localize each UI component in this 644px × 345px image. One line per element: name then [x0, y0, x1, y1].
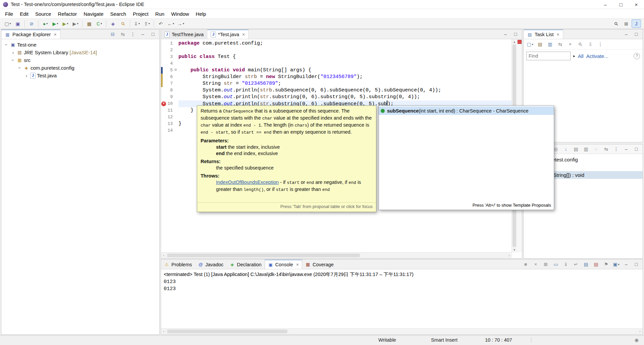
editor-tab-testthree-java[interactable]: JTestThree.java — [161, 30, 207, 39]
tab-console[interactable]: ▣Console× — [265, 260, 302, 269]
find-input[interactable] — [526, 52, 571, 60]
code-line-9[interactable]: 9 System.out.println(str.substring(0, 6)… — [161, 94, 512, 100]
open-console-icon[interactable]: ▣▾ — [611, 260, 621, 269]
view-menu-icon[interactable]: ⋮ — [128, 30, 138, 39]
menu-help[interactable]: Help — [193, 10, 210, 18]
save-icon[interactable]: ▣ — [13, 19, 22, 28]
close-view-icon[interactable]: × — [556, 32, 559, 37]
tree-item-src[interactable]: ›▦src — [1, 56, 159, 64]
code-line-2[interactable]: 2 — [161, 47, 512, 54]
maximize-view-icon[interactable]: □ — [632, 145, 641, 153]
clear-console-icon[interactable]: ▭ — [551, 260, 560, 269]
error-marker-icon[interactable]: × — [161, 101, 166, 106]
console-horizontal-scrollbar[interactable]: ‹ › — [161, 328, 643, 334]
horizontal-scrollbar-thumb[interactable] — [167, 330, 287, 333]
minimize-view-icon[interactable]: – — [138, 30, 148, 39]
hide-fields-icon[interactable]: ▤ — [571, 145, 581, 153]
search-tasks-icon[interactable]: ⚲ — [576, 40, 585, 49]
completion-item[interactable]: subSequence(int start, int end) : CharSe… — [379, 107, 554, 115]
new-wizard-icon[interactable]: ▢▾ — [3, 19, 12, 28]
code-line-1[interactable]: 1package com.puretest.config; — [161, 40, 512, 47]
link-with-editor-icon[interactable]: ⇆ — [601, 145, 611, 153]
scroll-left-icon[interactable]: ‹ — [161, 329, 166, 334]
new-java-project-icon[interactable]: ▩ — [85, 19, 94, 28]
horizontal-scrollbar-thumb[interactable] — [167, 254, 360, 257]
code-line-5[interactable]: 5⊖ public static void main(String[] args… — [161, 67, 512, 74]
editor-horizontal-scrollbar[interactable]: ‹ › — [161, 252, 512, 258]
menu-run[interactable]: Run — [152, 10, 168, 18]
coverage-icon[interactable]: ▶▾ — [61, 19, 70, 28]
maximize-button[interactable]: □ — [613, 0, 629, 9]
scroll-lock-icon[interactable]: ⇓ — [561, 260, 571, 269]
activate-link[interactable]: Activate... — [586, 53, 608, 59]
tab-problems[interactable]: ⚠Problems — [161, 260, 195, 269]
filter-completed-icon[interactable]: × — [566, 40, 575, 49]
link-with-editor-icon[interactable]: ⇆ — [555, 40, 565, 49]
view-menu-icon[interactable]: ⋮ — [596, 40, 605, 49]
search-icon[interactable]: ⚲ — [118, 19, 128, 28]
scroll-left-icon[interactable]: ‹ — [161, 253, 166, 258]
scroll-right-icon[interactable]: › — [506, 253, 512, 258]
menu-source[interactable]: Source — [32, 10, 55, 18]
code-line-8[interactable]: 8 System.out.println(strb.subSequence(0,… — [161, 87, 512, 94]
close-button[interactable]: × — [629, 0, 644, 9]
error-overview-icon[interactable] — [518, 40, 522, 44]
close-tab-icon[interactable]: × — [242, 32, 245, 37]
external-tools-icon[interactable]: ▶▾ — [71, 19, 80, 28]
tree-item-test-java[interactable]: ›JTest.java — [1, 72, 159, 79]
forward-icon[interactable]: →▾ — [176, 19, 185, 28]
remove-launch-icon[interactable]: × — [531, 260, 540, 269]
help-icon[interactable]: ? — [634, 53, 640, 59]
scroll-down-icon[interactable]: ▾ — [512, 247, 517, 252]
menu-window[interactable]: Window — [168, 10, 192, 18]
menu-navigate[interactable]: Navigate — [80, 10, 107, 18]
prev-annotation-icon[interactable]: ⇧▾ — [142, 19, 152, 28]
hide-static-icon[interactable]: ▥ — [581, 145, 591, 153]
remove-all-launches-icon[interactable]: ⊠ — [541, 260, 550, 269]
maximize-view-icon[interactable]: □ — [632, 260, 641, 269]
expand-arrow-icon[interactable]: ▸ — [573, 54, 575, 58]
maximize-view-icon[interactable]: □ — [148, 30, 158, 39]
show-stderr-icon[interactable]: ▤ — [591, 260, 601, 269]
view-tab-task-list[interactable]: ▤ Task List × — [524, 29, 563, 39]
expand-arrow-icon[interactable]: › — [4, 43, 9, 47]
new-class-icon[interactable]: C▾ — [95, 19, 104, 28]
menu-project[interactable]: Project — [129, 10, 152, 18]
open-perspective-icon[interactable]: ⊞ — [622, 19, 631, 28]
expand-arrow-icon[interactable]: › — [24, 73, 29, 78]
categorized-view-icon[interactable]: ▤ — [535, 40, 545, 49]
code-line-6[interactable]: 6 StringBuilder strb = new StringBuilder… — [161, 74, 512, 80]
hide-non-public-icon[interactable]: ◌ — [591, 145, 601, 153]
menu-search[interactable]: Search — [107, 10, 129, 18]
scheduled-view-icon[interactable]: ▥ — [545, 40, 555, 49]
tree-item-com-puretest-config[interactable]: ›◈com.puretest.config — [1, 64, 159, 72]
scroll-right-icon[interactable]: › — [637, 329, 643, 334]
new-task-icon[interactable]: ▢▾ — [525, 40, 535, 49]
next-annotation-icon[interactable]: ⇩▾ — [132, 19, 142, 28]
run-icon[interactable]: ▶▾ — [51, 19, 60, 28]
close-view-icon[interactable]: × — [54, 32, 56, 37]
search-icon[interactable]: ⚲ — [611, 19, 621, 28]
minimize-button[interactable]: – — [598, 0, 613, 9]
skip-breakpoints-icon[interactable]: ⊘ — [27, 19, 36, 28]
tab-coverage[interactable]: ▦Coverage — [302, 260, 337, 269]
tab-declaration[interactable]: ◈Declaration — [226, 260, 264, 269]
last-edit-location-icon[interactable]: ↶ — [156, 19, 165, 28]
code-line-3[interactable]: 3public class Test { — [161, 54, 512, 60]
minimize-view-icon[interactable]: – — [501, 30, 510, 39]
minimize-view-icon[interactable]: – — [622, 260, 631, 269]
terminate-icon[interactable]: ■ — [521, 260, 530, 269]
open-type-icon[interactable]: ◈ — [108, 19, 118, 28]
collapse-all-icon[interactable]: ⇩ — [586, 40, 595, 49]
code-line-4[interactable]: 4 — [161, 60, 512, 67]
pin-console-icon[interactable]: ⚑ — [601, 260, 611, 269]
view-tab-package-explorer[interactable]: ▦ Package Explorer × — [1, 29, 60, 39]
tree-item-test-one[interactable]: ›▣Test-one — [1, 41, 159, 49]
fold-collapse-icon[interactable]: ⊖ — [173, 67, 178, 74]
notification-icon[interactable]: ◉ — [635, 337, 639, 343]
all-link[interactable]: All — [578, 53, 584, 59]
scroll-up-icon[interactable]: ▴ — [512, 39, 517, 44]
tab-javadoc[interactable]: @Javadoc — [195, 260, 226, 269]
code-line-7[interactable]: 7 String str = "0123456789"; — [161, 80, 512, 87]
minimize-view-icon[interactable]: – — [622, 145, 631, 153]
